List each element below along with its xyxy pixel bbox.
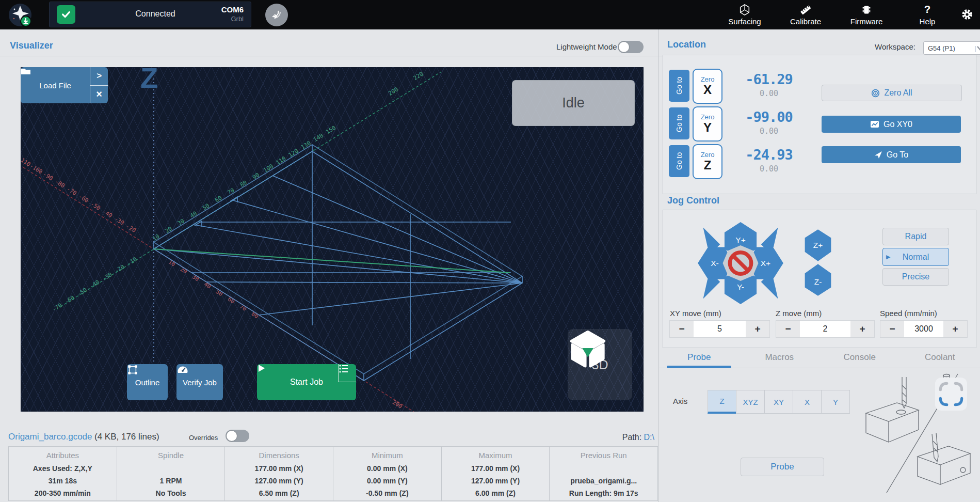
jog-preset-precise[interactable]: Precise: [882, 268, 949, 286]
go-xy0-button[interactable]: Go XY0: [822, 116, 961, 133]
z-jog-pad: Z+ Z-: [803, 227, 833, 298]
goto-z-button[interactable]: Go to: [669, 145, 689, 177]
stats-header: Maximum: [442, 451, 550, 460]
svg-text:-70: -70: [51, 302, 63, 313]
probe-axis-x[interactable]: X: [793, 390, 822, 414]
path-value-link[interactable]: D:\: [644, 433, 654, 442]
z-position-value: -24.93: [728, 147, 810, 163]
svg-text:-100: -100: [28, 162, 43, 175]
stats-header: Attributes: [9, 451, 117, 460]
xy-move-increment[interactable]: +: [746, 321, 769, 337]
xy-move-input[interactable]: [694, 321, 746, 337]
xy-move-stepper: − +: [669, 320, 770, 338]
probe-axis-xyz[interactable]: XYZ: [736, 390, 765, 414]
touch-plate-corner-icon[interactable]: [935, 378, 967, 411]
zero-all-button[interactable]: Zero All: [822, 85, 962, 101]
connection-widget[interactable]: Connected COM6 Grbl: [49, 2, 251, 27]
nav-calibrate[interactable]: Calibrate: [784, 4, 827, 26]
jog-preset-normal-label: Normal: [903, 253, 929, 262]
jog-preset-rapid[interactable]: Rapid: [882, 228, 949, 245]
chevron-down-icon: [976, 45, 980, 51]
overrides-toggle[interactable]: [226, 430, 249, 442]
location-title: Location: [667, 39, 706, 50]
x-minus-label: X-: [711, 259, 719, 268]
settings-button[interactable]: [960, 8, 974, 23]
speed-input[interactable]: [904, 321, 943, 337]
svg-text:-20: -20: [114, 263, 126, 275]
stats-header: Previous Run: [550, 451, 657, 460]
zero-all-label: Zero All: [884, 88, 912, 98]
y-plus-label: Y+: [735, 236, 745, 244]
start-job-button[interactable]: Start Job: [257, 364, 356, 400]
zero-z-button[interactable]: Zero Z: [693, 144, 722, 179]
machine-state-badge: Idle: [512, 80, 635, 126]
stats-cell: 31m 18s: [9, 475, 117, 487]
jog-xy-sw-button[interactable]: [703, 276, 720, 299]
nav-help[interactable]: ? Help: [906, 4, 949, 26]
tab-console[interactable]: Console: [820, 352, 900, 367]
view-mode-cube[interactable]: 3D: [568, 329, 632, 400]
z-move-increment[interactable]: +: [850, 321, 874, 337]
zero-y-button[interactable]: Zero Y: [693, 106, 722, 142]
zero-label: Zero: [701, 151, 715, 159]
file-meta: (4 KB, 176 lines): [94, 432, 159, 442]
panel-divider: [658, 29, 659, 502]
svg-text:?: ?: [924, 4, 930, 15]
verify-job-button[interactable]: Verify Job: [176, 364, 223, 400]
stats-cell: 0.00 mm (X): [333, 462, 441, 475]
svg-text:130: 130: [300, 140, 312, 151]
port-name: COM6: [221, 5, 244, 15]
jog-xy-nw-button[interactable]: [703, 227, 720, 249]
go-to-button[interactable]: Go To: [822, 146, 961, 163]
tab-coolant[interactable]: Coolant: [900, 352, 980, 367]
outline-button[interactable]: Outline: [127, 364, 168, 400]
probe-button[interactable]: Probe: [741, 458, 824, 476]
svg-text:120: 120: [287, 147, 300, 159]
z-move-input[interactable]: [800, 321, 850, 337]
nav-firmware[interactable]: Firmware: [845, 4, 888, 26]
y-minus-label: Y-: [737, 283, 744, 291]
xy-move-decrement[interactable]: −: [670, 321, 694, 337]
lightweight-mode-toggle[interactable]: [618, 41, 644, 53]
stats-cell: 6.00 mm (Z): [442, 487, 550, 499]
probe-axis-z[interactable]: Z: [708, 390, 736, 414]
app-logo-icon[interactable]: [8, 3, 33, 27]
nav-surfacing-label: Surfacing: [728, 17, 761, 26]
zero-x-button[interactable]: Zero X: [693, 69, 722, 104]
tab-macros[interactable]: Macros: [740, 352, 820, 367]
z-secondary-value: 0.00: [728, 164, 810, 174]
rapid-move-line: [154, 249, 510, 273]
goto-x-button[interactable]: Go to: [669, 70, 689, 102]
probe-axis-label: Axis: [673, 397, 687, 405]
go-xy0-label: Go XY0: [883, 120, 912, 129]
jog-preset-normal[interactable]: ▶ Normal: [882, 248, 949, 266]
nav-surfacing[interactable]: Surfacing: [723, 4, 766, 26]
workspace-select[interactable]: G54 (P1) |: [923, 41, 980, 55]
gcode-wireframe: [154, 145, 522, 381]
probe-axis-y[interactable]: Y: [821, 390, 850, 414]
probe-axis-group: Z XYZ XY X Y: [708, 390, 850, 414]
cube-3d-icon: [568, 329, 608, 370]
firmware-icon: [860, 4, 873, 16]
speed-decrement[interactable]: −: [880, 321, 904, 337]
probe-axis-xy[interactable]: XY: [764, 390, 793, 414]
file-name-link[interactable]: Origami_barco.gcode: [8, 432, 92, 442]
tab-probe[interactable]: Probe: [659, 352, 740, 367]
stats-col-minimum: Minimum 0.00 mm (X) 0.00 mm (Y) -0.50 mm…: [333, 447, 442, 500]
svg-text:150: 150: [325, 124, 337, 136]
jog-xy-se-button[interactable]: [761, 276, 778, 299]
surfacing-icon: [738, 4, 751, 16]
svg-text:110: 110: [275, 155, 287, 166]
stats-cell: [550, 462, 657, 475]
stats-col-previous-run: Previous Run prueba_origami.g... Run Len…: [550, 447, 657, 500]
visualizer-canvas[interactable]: Z -110-100-90-80-70-60-50-40-30-20102030…: [21, 67, 644, 412]
speed-increment[interactable]: +: [943, 321, 967, 337]
unlock-button[interactable]: [265, 4, 288, 26]
goto-y-button[interactable]: Go to: [669, 107, 689, 139]
jog-xy-ne-button[interactable]: [761, 227, 778, 249]
stats-col-dimensions: Dimensions 177.00 mm (X) 127.00 mm (Y) 6…: [225, 447, 333, 500]
gauge-icon: [176, 364, 189, 375]
job-list-icon[interactable]: [338, 364, 356, 382]
bullseye-icon: [871, 89, 880, 98]
z-move-decrement[interactable]: −: [776, 321, 800, 337]
